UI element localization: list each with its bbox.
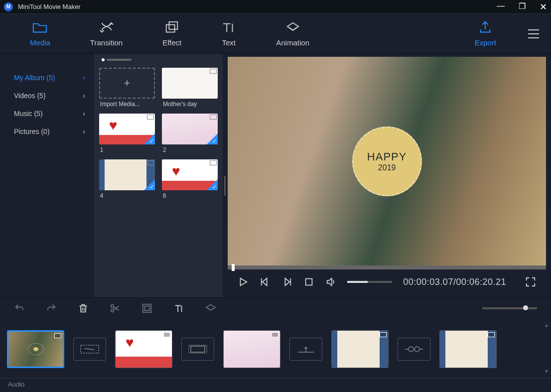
- import-media-button[interactable]: + Import Media...: [99, 68, 155, 108]
- media-item-mothers-day[interactable]: Mother's day: [162, 68, 218, 108]
- svg-rect-14: [144, 306, 149, 310]
- chevron-right-icon: ›: [83, 128, 85, 135]
- folder-icon: [32, 20, 47, 34]
- timeline-clip[interactable]: [115, 330, 172, 368]
- export-button[interactable]: Export: [465, 20, 506, 47]
- tab-effect[interactable]: Effect: [142, 20, 201, 47]
- sidebar-item-videos[interactable]: Videos (5) ›: [0, 87, 94, 105]
- svg-rect-1: [169, 22, 178, 29]
- sidebar-item-label: Pictures (0): [14, 128, 50, 135]
- tab-animation[interactable]: Animation: [256, 20, 329, 47]
- sidebar-item-music[interactable]: Music (5) ›: [0, 105, 94, 123]
- timeline-clip[interactable]: [7, 330, 64, 368]
- sidebar: My Album (5) › Videos (5) › Music (5) › …: [0, 54, 94, 297]
- svg-marker-6: [263, 278, 267, 286]
- plus-icon: +: [124, 77, 131, 90]
- chevron-right-icon: ›: [83, 74, 85, 82]
- timeline-clip[interactable]: [439, 330, 497, 368]
- svg-marker-5: [241, 278, 247, 286]
- sidebar-item-my-album[interactable]: My Album (5) ›: [0, 69, 94, 87]
- play-button[interactable]: [238, 276, 249, 287]
- crop-button[interactable]: [141, 303, 152, 314]
- media-panel: + Import Media... Mother's day ✓ 1 ✓ 2 ✓…: [94, 54, 223, 297]
- transition-slot[interactable]: [73, 338, 106, 361]
- effect-icon: [164, 20, 179, 34]
- svg-rect-16: [191, 346, 205, 352]
- chevron-right-icon: ›: [83, 110, 85, 118]
- redo-button[interactable]: [46, 303, 57, 314]
- app-logo: M: [4, 2, 13, 11]
- scrub-bar[interactable]: [228, 265, 546, 269]
- stop-button[interactable]: [303, 276, 314, 287]
- transition-slot[interactable]: [398, 338, 430, 361]
- transition-icon: [99, 20, 114, 34]
- audio-track-label[interactable]: Audio: [0, 378, 551, 392]
- minimize-button[interactable]: —: [497, 1, 505, 12]
- tab-text[interactable]: Text: [201, 20, 256, 47]
- svg-point-20: [414, 347, 419, 352]
- text-icon: [221, 20, 236, 34]
- svg-point-12: [111, 309, 114, 312]
- media-item-1[interactable]: ✓ 1: [99, 114, 155, 153]
- fullscreen-button[interactable]: [525, 276, 536, 287]
- timeline-clip[interactable]: [223, 330, 280, 368]
- undo-button[interactable]: [14, 303, 25, 314]
- svg-point-19: [409, 347, 413, 352]
- timeline-zoom-slider[interactable]: [482, 307, 537, 309]
- close-button[interactable]: ✕: [540, 1, 547, 12]
- delete-button[interactable]: [78, 303, 89, 314]
- next-frame-button[interactable]: [281, 276, 292, 287]
- svg-rect-13: [143, 304, 151, 312]
- check-icon: ✓: [149, 138, 154, 144]
- sidebar-item-label: My Album (5): [14, 74, 55, 82]
- volume-button[interactable]: [325, 276, 336, 287]
- main-toolbar: Media Transition Effect Text Animation E…: [0, 14, 551, 54]
- tab-transition[interactable]: Transition: [70, 20, 142, 47]
- timeline-track[interactable]: ▲▼: [0, 318, 551, 378]
- export-icon: [478, 20, 493, 34]
- maximize-button[interactable]: ❐: [519, 1, 526, 12]
- tab-media[interactable]: Media: [10, 20, 70, 47]
- transition-slot[interactable]: [289, 338, 322, 361]
- sidebar-item-pictures[interactable]: Pictures (0) ›: [0, 123, 94, 140]
- hamburger-menu[interactable]: [526, 27, 541, 41]
- timecode-display: 00:00:03.07/00:06:20.21: [403, 277, 506, 287]
- transition-slot[interactable]: [181, 338, 214, 361]
- check-icon: ✓: [149, 184, 154, 190]
- volume-slider[interactable]: [347, 281, 392, 283]
- panel-scroll-indicator[interactable]: [99, 59, 218, 63]
- split-button[interactable]: [110, 303, 121, 314]
- media-item-2[interactable]: ✓ 2: [162, 114, 218, 153]
- app-title: MiniTool Movie Maker: [18, 3, 81, 10]
- timeline-vertical-scroll[interactable]: ▲▼: [544, 322, 549, 374]
- check-icon: ✓: [212, 184, 217, 190]
- prev-frame-button[interactable]: [260, 276, 271, 287]
- svg-rect-0: [166, 24, 175, 32]
- text-edit-button[interactable]: [173, 303, 184, 314]
- preview-text-element[interactable]: HAPPY 2019: [352, 127, 422, 196]
- animation-icon: [285, 20, 300, 34]
- chevron-right-icon: ›: [83, 92, 85, 100]
- sidebar-item-label: Music (5): [14, 110, 43, 118]
- svg-rect-10: [306, 279, 312, 285]
- preview-canvas[interactable]: HAPPY 2019: [228, 57, 546, 265]
- media-item-6[interactable]: ✓ 6: [162, 159, 218, 199]
- svg-point-11: [111, 304, 114, 307]
- animation-edit-button[interactable]: [205, 303, 216, 314]
- sidebar-item-label: Videos (5): [14, 92, 46, 100]
- title-bar: M MiniTool Movie Maker — ❐ ✕: [0, 0, 551, 14]
- preview-area: HAPPY 2019 00:00:03.07/00:06:20.21: [228, 57, 546, 294]
- playback-controls: 00:00:03.07/00:06:20.21: [228, 269, 546, 294]
- panel-resize-handle[interactable]: [224, 176, 226, 196]
- timeline-clip[interactable]: [331, 330, 389, 368]
- svg-marker-8: [285, 278, 290, 286]
- edit-toolbar: [0, 297, 551, 318]
- check-icon: ✓: [212, 138, 217, 144]
- media-item-4[interactable]: ✓ 4: [99, 159, 155, 199]
